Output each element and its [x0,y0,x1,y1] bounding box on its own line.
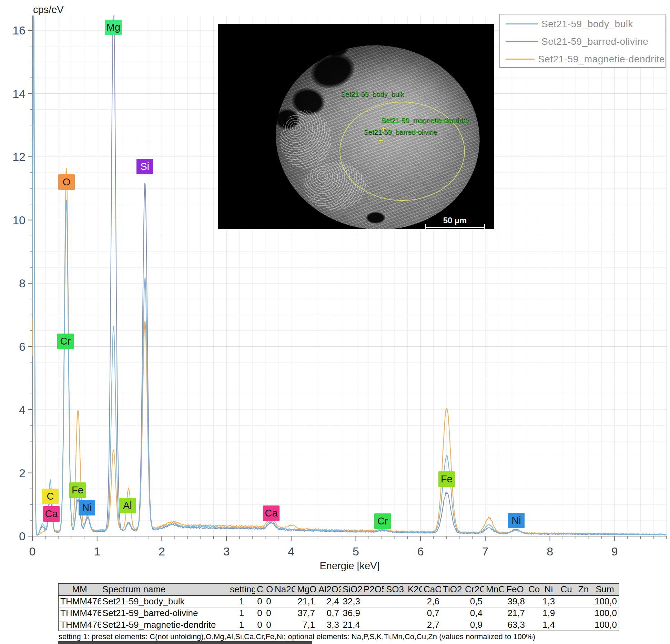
svg-text:0: 0 [19,530,26,543]
table-row: THMM476Set21-59_magnetie-dendrite1007,13… [59,619,619,631]
table-cell: 1 [228,619,255,631]
table-cell: 1,3 [541,595,557,607]
table-header-feo: FeO [504,584,527,595]
sem-annotation-3: Set21-59_barred-olivine [364,128,437,136]
element-label-mg: Mg [105,20,122,35]
table-cell [441,595,463,607]
scale-bar: 50 µm [425,221,485,229]
table-row: THMM476Set21-59_barred-olivine10037,70,7… [59,607,619,619]
table-cell: 1 [228,595,255,607]
marker-cross-icon: + [381,124,386,134]
table-cell [273,595,295,607]
svg-text:4: 4 [288,545,294,558]
table-cell: THMM476 [59,619,101,631]
table-cell: 63,3 [504,619,527,631]
element-label-cr: Cr [374,513,391,529]
svg-text:8: 8 [19,277,26,290]
table-cell [384,607,406,619]
table-cell [557,607,576,619]
table-cell: THMM476 [59,595,101,607]
element-label-fe: Fe [69,482,86,498]
sem-annotation-1: Set21-59_body_bulk [341,90,404,98]
table-header-cr2o3: Cr2O3 [463,584,484,595]
table-cell: 1 [228,607,255,619]
element-label-ni: Ni [79,500,95,515]
element-label-fe: Fe [438,471,455,487]
table-header-mno: MnO [484,584,504,595]
table-header-mgo: MgO [295,584,317,595]
sem-inset-image: Set21-59_body_bulkSet21-59_magnetie-dend… [218,24,494,229]
table-cell [484,619,504,631]
table-cell: 100,0 [591,595,619,607]
cut-off-row [58,641,312,644]
svg-text:14: 14 [12,87,26,100]
sem-dark-crater [366,212,385,224]
sem-dendrite-speckle [280,110,332,169]
table-cell: THMM476 [59,607,101,619]
svg-text:1: 1 [94,545,100,558]
table-cell [362,619,384,631]
table-cell [527,595,541,607]
svg-text:12: 12 [12,150,26,163]
sem-annotation-2: Set21-59_magnetie-dendrite [381,116,469,124]
table-footnote: setting 1: preset elements: C(not unfold… [59,632,535,641]
table-cell: Set21-59_barred-olivine [101,607,228,619]
table-cell: 2,7 [422,619,441,631]
svg-text:0: 0 [29,545,36,558]
svg-text:6: 6 [417,545,424,558]
table-cell: 0 [264,607,273,619]
legend-label: Set21-59_barred-olivine [541,36,648,47]
table-cell: 2,6 [422,595,441,607]
scale-bar-label: 50 µm [425,216,485,225]
svg-text:2: 2 [159,545,165,558]
table-cell: Set21-59_body_bulk [101,595,228,607]
table-cell [406,607,422,619]
table-cell: 100,0 [591,607,619,619]
legend-item-3[interactable]: Set21-59_magnetie-dendrite [500,50,665,68]
legend-swatch [506,59,535,60]
element-label-ni: Ni [508,513,525,528]
sem-dark-crater [321,38,349,57]
quantification-table: MMSpectrum namesettingCONa2OMgOAl2O3SiO2… [58,583,619,631]
table-cell: 0 [255,619,264,631]
y-axis-unit-label: cps/eV [33,4,64,16]
table-header-zn: Zn [576,584,591,595]
legend-item-1[interactable]: Set21-59_body_bulk [500,15,665,33]
svg-text:10: 10 [12,214,26,227]
table-cell: 36,9 [341,607,362,619]
svg-text:6: 6 [19,340,26,353]
table-cell [441,607,463,619]
table-cell: 0,7 [422,607,441,619]
legend-item-2[interactable]: Set21-59_barred-olivine [500,33,665,50]
table-cell: 0,7 [317,607,341,619]
table-cell [527,607,541,619]
x-axis-title: Energie [keV] [32,560,667,572]
table-cell [576,607,591,619]
table-cell: 1,4 [541,619,557,631]
table-header-setting: setting [228,584,255,595]
svg-text:9: 9 [611,545,618,558]
table-cell [557,595,576,607]
table-header-so3: SO3 [384,584,406,595]
table-cell [362,607,384,619]
svg-text:16: 16 [12,24,26,37]
table-cell [362,595,384,607]
table-header-spectrum-name: Spectrum name [101,584,228,595]
element-label-si: Si [136,159,153,174]
table-header-sio2: SiO2 [341,584,362,595]
legend-label: Set21-59_body_bulk [541,19,633,30]
table-cell [484,595,504,607]
element-label-cr: Cr [57,334,74,349]
table-cell [576,619,591,631]
table-header-co: Co [527,584,541,595]
table-header-cu: Cu [557,584,576,595]
table-cell [576,595,591,607]
table-row: THMM476Set21-59_body_bulk10021,12,432,32… [59,595,619,607]
svg-text:3: 3 [223,545,230,558]
svg-text:2: 2 [19,467,26,480]
element-label-al: Al [119,498,136,513]
table-cell [557,619,576,631]
table-header-tio2: TiO2 [441,584,463,595]
table-cell: 0,5 [463,595,484,607]
element-label-ca: Ca [263,505,280,521]
